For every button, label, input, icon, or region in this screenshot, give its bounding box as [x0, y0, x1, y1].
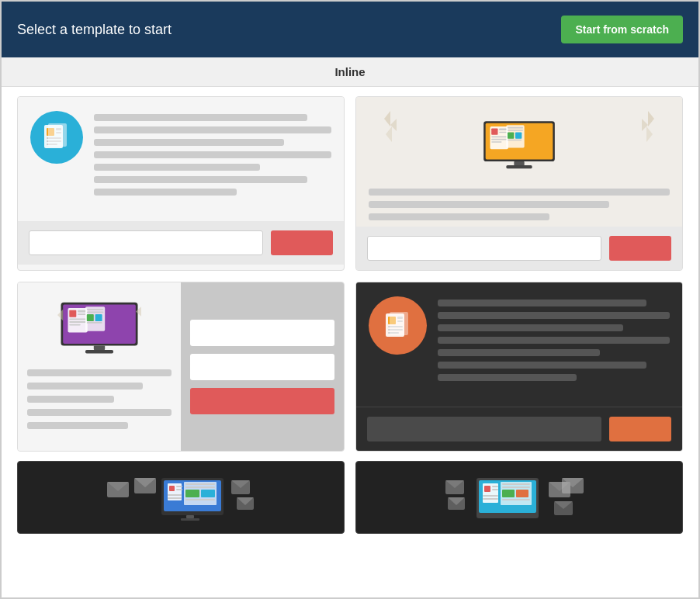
text-line — [94, 189, 237, 196]
svg-rect-35 — [78, 310, 86, 313]
card-4-icon-circle — [369, 296, 427, 355]
svg-rect-16 — [499, 132, 507, 133]
text-line — [94, 114, 307, 121]
bottom-templates-row — [2, 461, 698, 545]
newspaper-icon-dark — [384, 310, 412, 341]
svg-rect-37 — [69, 319, 86, 320]
svg-marker-8 — [384, 111, 390, 126]
svg-rect-72 — [185, 486, 215, 488]
svg-rect-44 — [95, 314, 102, 321]
text-line — [94, 126, 331, 133]
svg-rect-69 — [168, 497, 182, 499]
text-line — [438, 324, 623, 331]
card-3-monitor-area — [27, 295, 172, 363]
template-card-3[interactable] — [17, 282, 345, 452]
svg-rect-43 — [87, 314, 94, 321]
svg-marker-28 — [648, 111, 654, 126]
svg-rect-95 — [502, 483, 530, 485]
svg-rect-24 — [515, 133, 522, 139]
svg-rect-15 — [499, 129, 507, 131]
decorative-triangles-left — [384, 111, 400, 142]
text-line — [94, 176, 307, 183]
text-line — [94, 151, 331, 158]
card-3-right — [181, 282, 344, 451]
monitor-icon-3 — [57, 301, 142, 357]
card-3-submit-button[interactable] — [190, 388, 334, 414]
text-line — [27, 409, 172, 416]
svg-rect-45 — [87, 322, 102, 324]
newspaper-icon — [43, 122, 71, 153]
svg-rect-34 — [69, 310, 76, 317]
svg-rect-48 — [94, 346, 105, 350]
svg-rect-66 — [176, 486, 182, 487]
text-line — [438, 312, 670, 319]
template-card-2[interactable] — [355, 96, 683, 271]
text-line — [438, 374, 577, 381]
svg-rect-76 — [186, 515, 194, 518]
text-line — [369, 213, 549, 220]
svg-rect-23 — [508, 133, 514, 139]
svg-rect-38 — [69, 321, 86, 323]
svg-rect-36 — [78, 313, 86, 315]
svg-rect-74 — [201, 490, 215, 497]
header: Select a template to start Start from sc… — [2, 2, 698, 57]
card-4-email-input[interactable] — [367, 417, 601, 441]
card-1-email-input[interactable] — [29, 230, 263, 255]
card-4-submit-button[interactable] — [609, 417, 671, 441]
svg-rect-42 — [87, 312, 104, 313]
svg-rect-89 — [484, 486, 490, 492]
template-card-6[interactable] — [355, 461, 683, 534]
svg-rect-71 — [185, 483, 215, 485]
templates-grid — [2, 87, 698, 461]
svg-rect-96 — [502, 486, 530, 488]
text-line — [438, 349, 600, 356]
svg-rect-49 — [85, 350, 113, 354]
decorative-triangles-right — [639, 111, 654, 142]
card-3-left — [18, 282, 181, 451]
card-2-body — [356, 97, 682, 227]
section-label: Inline — [2, 57, 698, 87]
dark-template-preview-6 — [442, 474, 597, 521]
card-2-email-input[interactable] — [367, 236, 601, 261]
page-title: Select a template to start — [17, 22, 172, 38]
card-1-submit-button[interactable] — [271, 230, 333, 255]
card-1-icon-circle — [30, 111, 83, 164]
text-line — [438, 337, 670, 344]
svg-rect-99 — [502, 499, 530, 500]
start-from-scratch-button[interactable]: Start from scratch — [561, 16, 683, 43]
svg-rect-14 — [491, 129, 497, 135]
svg-marker-9 — [386, 126, 392, 142]
card-3-input-1[interactable] — [190, 320, 334, 346]
svg-rect-65 — [169, 486, 175, 491]
text-line — [438, 362, 646, 369]
svg-rect-77 — [181, 518, 199, 521]
template-card-4[interactable] — [355, 282, 683, 452]
text-line — [438, 300, 646, 306]
svg-rect-92 — [483, 495, 498, 497]
svg-rect-18 — [491, 139, 507, 140]
card-4-text-lines — [438, 296, 670, 381]
svg-rect-27 — [506, 165, 532, 168]
svg-rect-7 — [48, 123, 67, 147]
card-1-body — [18, 97, 344, 221]
svg-rect-41 — [87, 309, 104, 310]
text-line — [94, 164, 260, 171]
card-4-footer — [356, 407, 682, 451]
svg-rect-98 — [516, 490, 528, 497]
svg-rect-91 — [492, 489, 498, 490]
svg-rect-21 — [508, 127, 523, 129]
svg-rect-17 — [491, 137, 507, 138]
svg-rect-39 — [69, 324, 80, 326]
card-3-input-2[interactable] — [190, 354, 334, 380]
svg-rect-67 — [176, 489, 182, 490]
svg-rect-22 — [508, 130, 523, 131]
svg-marker-29 — [646, 126, 653, 142]
text-line — [27, 422, 128, 429]
svg-rect-26 — [514, 161, 524, 165]
svg-rect-75 — [185, 499, 215, 500]
template-card-5[interactable] — [17, 461, 345, 534]
text-line — [27, 369, 172, 376]
template-card-1[interactable] — [17, 96, 345, 271]
card-2-submit-button[interactable] — [609, 236, 671, 261]
monitor-icon-2 — [480, 119, 558, 173]
